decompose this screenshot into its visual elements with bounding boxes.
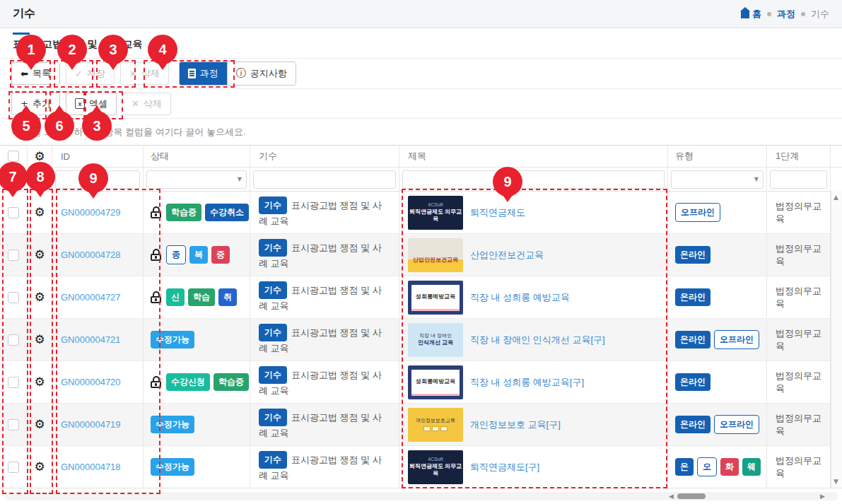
type-badge: 오프라인 (714, 415, 759, 434)
level-value: 법정의무교육 (776, 455, 821, 480)
course-title-link[interactable]: 퇴직연금제도 (470, 206, 525, 219)
row-title-cell: 4CSoft퇴직연금제도 의무교육퇴직연금제도 (399, 192, 668, 233)
status-badge: 취 (218, 288, 237, 306)
add-button[interactable]: + 추가 (11, 93, 60, 115)
cohort-badge: 기수 (259, 366, 287, 384)
lock-icon (151, 249, 161, 261)
row-checkbox[interactable] (8, 292, 19, 303)
breadcrumb-separator-icon (767, 12, 771, 16)
row-checkbox[interactable] (8, 334, 19, 346)
back-arrow-icon: ⬅ (21, 69, 28, 78)
row-status-cell: 신학습취 (144, 276, 250, 318)
gear-icon[interactable]: ⚙ (34, 206, 45, 218)
breadcrumb: 홈 과정 기수 (741, 8, 829, 20)
status-badge: 학습중 (214, 373, 249, 391)
table-row: ⚙GN000004727신학습취기수표시광고법 쟁점 및 사례 교육성희롱예방교… (0, 276, 842, 319)
column-header-cohort[interactable]: 기수 (250, 146, 399, 167)
course-title-link[interactable]: 퇴직연금제도[구] (470, 461, 539, 474)
course-title-link[interactable]: 직장 내 성희롱 예방교육[구] (470, 376, 584, 389)
course-title-link[interactable]: 직장 내 성희롱 예방교육 (470, 291, 570, 304)
callout-badge-4: 4 (148, 35, 177, 64)
status-badge: 수정가능 (151, 416, 194, 433)
scroll-left-icon[interactable]: ◀ (669, 493, 674, 500)
row-id-link[interactable]: GN000004720 (61, 377, 121, 387)
course-thumbnail: 개인정보보호교육 (408, 408, 463, 442)
row-title-cell: 성희롱예방교육직장 내 성희롱 예방교육[구] (399, 361, 668, 403)
lock-icon (151, 376, 161, 388)
row-status-cell: 학습중수강취소 (144, 192, 250, 233)
column-header-status[interactable]: 상태 (144, 146, 250, 167)
breadcrumb-course[interactable]: 과정 (777, 8, 795, 20)
page-title: 기수 (13, 6, 35, 21)
breadcrumb-home[interactable]: 홈 (741, 8, 761, 20)
row-checkbox[interactable] (8, 462, 19, 473)
filter-status-select[interactable]: ▼ (146, 170, 247, 189)
type-badge: 오 (697, 457, 717, 476)
row-id-link[interactable]: GN000004718 (61, 462, 121, 472)
gear-icon[interactable]: ⚙ (34, 249, 45, 261)
row-id-link[interactable]: GN000004728 (61, 250, 121, 260)
tab-course-cohort[interactable]: 표시광고법 쟁점 및 사례 교육 (13, 38, 829, 51)
row-select-cell (0, 276, 28, 318)
home-icon (741, 11, 749, 18)
group-by-panel[interactable]: 목록 별 그룹화 하려면 항목 컬럼을 여기다 끌어 놓으세요. (0, 119, 842, 146)
gear-icon[interactable]: ⚙ (34, 376, 45, 388)
delete-rows-button[interactable]: ✕ 삭제 (122, 93, 171, 115)
filter-title-input[interactable] (402, 170, 665, 189)
callout-badge-5: 5 (11, 111, 41, 141)
row-cohort-cell: 기수표시광고법 쟁점 및 사례 교육 (250, 446, 399, 488)
document-icon (188, 69, 196, 78)
gear-icon[interactable]: ⚙ (34, 334, 45, 346)
filter-level-input[interactable] (770, 170, 827, 189)
course-notice-button-group: 과정 ⓘ 공지사항 (179, 61, 296, 86)
gear-icon[interactable]: ⚙ (34, 461, 45, 473)
horizontal-scrollbar[interactable]: ◀ ▶ (0, 488, 842, 504)
cohort-badge: 기수 (259, 197, 287, 214)
row-type-cell: 오프라인 (668, 192, 767, 233)
gear-icon[interactable]: ⚙ (34, 418, 45, 430)
row-title-cell: 개인정보보호교육개인정보보호 교육[구] (399, 404, 668, 445)
vertical-scrollbar[interactable]: ▲ ▼ (831, 191, 842, 488)
top-header-bar: 기수 홈 과정 기수 (0, 0, 842, 28)
course-button[interactable]: 과정 (180, 62, 227, 85)
row-cohort-cell: 기수표시광고법 쟁점 및 사례 교육 (250, 404, 399, 445)
column-header-title[interactable]: 제목 (399, 146, 668, 167)
row-title-cell: 4CSoft퇴직연금제도 의무교육퇴직연금제도[구] (399, 446, 668, 488)
row-checkbox[interactable] (8, 419, 19, 430)
gear-icon[interactable]: ⚙ (34, 151, 45, 163)
type-badge: 오프라인 (675, 203, 720, 222)
row-checkbox[interactable] (8, 250, 19, 261)
course-thumbnail: 성희롱예방교육 (408, 365, 463, 399)
scroll-right-icon[interactable]: ▶ (820, 493, 825, 500)
row-actions-cell: ⚙ (28, 276, 52, 318)
type-badge: 화 (720, 458, 739, 476)
row-id-link[interactable]: GN000004721 (61, 334, 121, 345)
breadcrumb-separator-icon (801, 12, 805, 16)
select-all-checkbox[interactable] (8, 151, 19, 162)
row-id-cell: GN000004728 (52, 234, 144, 276)
row-id-link[interactable]: GN000004719 (61, 419, 121, 430)
horizontal-scroll-thumb[interactable] (677, 493, 706, 499)
scroll-up-icon[interactable]: ▲ (834, 194, 838, 201)
row-actions-cell: ⚙ (28, 319, 52, 361)
course-title-link[interactable]: 산업안전보건교육 (470, 249, 544, 262)
column-header-type[interactable]: 유형 (668, 146, 767, 167)
status-badge: 학습중 (166, 204, 201, 221)
type-badge: 온라인 (675, 331, 711, 348)
scroll-down-icon[interactable]: ▼ (834, 478, 838, 485)
row-checkbox[interactable] (8, 377, 19, 388)
horizontal-scroll-track[interactable] (4, 492, 838, 500)
filter-cohort-input[interactable] (253, 170, 396, 189)
row-id-link[interactable]: GN000004727 (61, 292, 121, 303)
column-header-level[interactable]: 1단계 (767, 146, 831, 167)
course-title-link[interactable]: 개인정보보호 교육[구] (470, 418, 561, 431)
row-id-link[interactable]: GN000004729 (61, 207, 121, 218)
level-value: 법정의무교육 (776, 200, 821, 225)
gear-icon[interactable]: ⚙ (34, 291, 45, 303)
filter-type-select[interactable]: ▼ (671, 170, 764, 189)
row-checkbox[interactable] (8, 207, 19, 218)
course-title-link[interactable]: 직장 내 장애인 인식개선 교육[구] (470, 334, 605, 346)
notice-button[interactable]: ⓘ 공지사항 (227, 62, 296, 85)
type-badge: 오프라인 (714, 330, 759, 349)
course-thumbnail: 직장 내 장애인인식개선 교육 (408, 323, 463, 357)
